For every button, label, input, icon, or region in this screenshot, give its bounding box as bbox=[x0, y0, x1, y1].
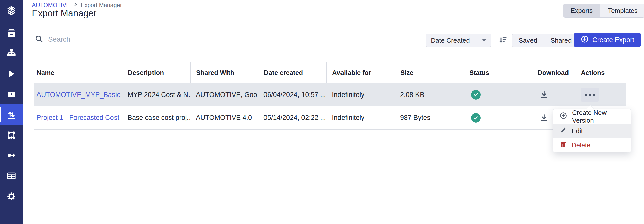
hierarchy-icon bbox=[6, 48, 16, 58]
sidebar bbox=[0, 0, 23, 224]
column-header-date-created[interactable]: Date created bbox=[258, 62, 326, 83]
pencil-icon bbox=[559, 126, 567, 136]
sort-descending-icon bbox=[498, 35, 508, 46]
sort-descending-button[interactable] bbox=[497, 35, 509, 46]
create-export-button[interactable]: Create Export bbox=[574, 33, 641, 47]
cell-available-for: Indefinitely bbox=[326, 114, 395, 122]
sidebar-item-flow[interactable] bbox=[0, 145, 23, 166]
status-success-badge bbox=[471, 90, 481, 100]
cell-description: Base case cost proj... bbox=[122, 114, 190, 122]
breadcrumb-parent-link[interactable]: AUTOMOTIVE bbox=[32, 2, 70, 9]
saved-filter-button[interactable]: Saved bbox=[512, 34, 544, 47]
cell-size: 2.08 KB bbox=[395, 91, 464, 99]
view-tabs: Exports Templates bbox=[563, 4, 644, 18]
table-row[interactable]: AUTOMOTIVE_MYP_Basic MYP 2024 Cost & N..… bbox=[34, 83, 626, 106]
table-grid-icon bbox=[6, 171, 16, 181]
flow-arrow-icon bbox=[6, 150, 16, 161]
trash-icon bbox=[559, 141, 567, 150]
create-export-label: Create Export bbox=[592, 36, 634, 44]
header-divider bbox=[23, 23, 644, 23]
search-bar bbox=[34, 32, 421, 46]
menu-item-edit[interactable]: Edit bbox=[553, 124, 631, 138]
cell-size: 987 Bytes bbox=[395, 114, 464, 122]
sidebar-item-hierarchy[interactable] bbox=[0, 43, 23, 63]
row-actions-menu: Create New Version Edit Delete bbox=[553, 109, 631, 152]
table-header-row: Name Description Shared With Date create… bbox=[34, 62, 626, 83]
artboard-frame-icon bbox=[6, 130, 16, 140]
column-header-size[interactable]: Size bbox=[395, 62, 464, 83]
sort-by-dropdown[interactable]: Date Created bbox=[426, 34, 491, 47]
sidebar-item-video[interactable] bbox=[0, 84, 23, 104]
page-title: Export Manager bbox=[32, 8, 96, 19]
circle-plus-icon bbox=[580, 35, 589, 45]
sidebar-item-export-manager[interactable] bbox=[0, 104, 23, 125]
circle-plus-icon bbox=[559, 112, 567, 121]
tab-exports[interactable]: Exports bbox=[563, 4, 600, 17]
download-button[interactable] bbox=[539, 90, 549, 100]
cell-shared-with: AUTOMOTIVE 4.0 bbox=[190, 114, 258, 122]
cell-date-created: 05/14/2024, 02:22 ... bbox=[258, 114, 326, 122]
menu-item-create-new-version[interactable]: Create New Version bbox=[553, 109, 631, 124]
menu-item-label: Edit bbox=[572, 127, 583, 135]
sort-by-value: Date Created bbox=[431, 37, 470, 44]
import-export-icon bbox=[6, 109, 17, 120]
tab-templates[interactable]: Templates bbox=[600, 4, 644, 17]
sidebar-item-run[interactable] bbox=[0, 63, 23, 84]
video-player-icon bbox=[6, 89, 16, 99]
cell-description: MYP 2024 Cost & N... bbox=[122, 91, 190, 99]
sidebar-item-settings[interactable] bbox=[0, 186, 23, 206]
cell-date-created: 06/04/2024, 10:57 ... bbox=[258, 91, 326, 99]
play-icon bbox=[6, 69, 16, 79]
layers-logo-icon bbox=[6, 5, 17, 17]
menu-item-delete[interactable]: Delete bbox=[553, 138, 631, 152]
menu-item-label: Delete bbox=[572, 141, 590, 149]
filter-button-group: Saved Shared bbox=[512, 34, 579, 47]
column-header-download[interactable]: Download bbox=[532, 62, 578, 83]
sidebar-item-tables[interactable] bbox=[0, 166, 23, 186]
column-header-shared-with[interactable]: Shared With bbox=[190, 62, 258, 83]
breadcrumb: AUTOMOTIVE Export Manager bbox=[32, 2, 122, 9]
chevron-right-icon bbox=[73, 2, 78, 9]
column-header-available-for[interactable]: Available for bbox=[326, 62, 395, 83]
chevron-down-icon bbox=[482, 39, 486, 42]
column-header-actions[interactable]: Actions bbox=[578, 62, 626, 83]
sidebar-item-artboard[interactable] bbox=[0, 125, 23, 145]
table-row[interactable]: Project 1 - Forecasted Cost Base case co… bbox=[34, 106, 626, 130]
column-header-name[interactable]: Name bbox=[34, 62, 122, 83]
app-logo[interactable] bbox=[0, 0, 23, 23]
column-header-description[interactable]: Description bbox=[122, 62, 190, 83]
shared-filter-button[interactable]: Shared bbox=[544, 34, 578, 47]
sidebar-item-archive[interactable] bbox=[0, 23, 23, 43]
search-input[interactable] bbox=[48, 35, 421, 43]
export-name-link[interactable]: Project 1 - Forecasted Cost bbox=[36, 114, 119, 122]
search-icon bbox=[34, 34, 44, 44]
status-success-badge bbox=[471, 113, 481, 123]
gear-icon bbox=[6, 191, 16, 201]
archive-box-icon bbox=[6, 28, 16, 38]
export-name-link[interactable]: AUTOMOTIVE_MYP_Basic bbox=[36, 91, 120, 99]
breadcrumb-current: Export Manager bbox=[81, 2, 122, 9]
download-button[interactable] bbox=[539, 113, 549, 123]
column-header-status[interactable]: Status bbox=[464, 62, 532, 83]
row-actions-button[interactable] bbox=[581, 88, 599, 102]
menu-item-label: Create New Version bbox=[572, 109, 625, 124]
cell-shared-with: AUTOMOTIVE, Goo... bbox=[190, 91, 258, 99]
cell-available-for: Indefinitely bbox=[326, 91, 395, 99]
